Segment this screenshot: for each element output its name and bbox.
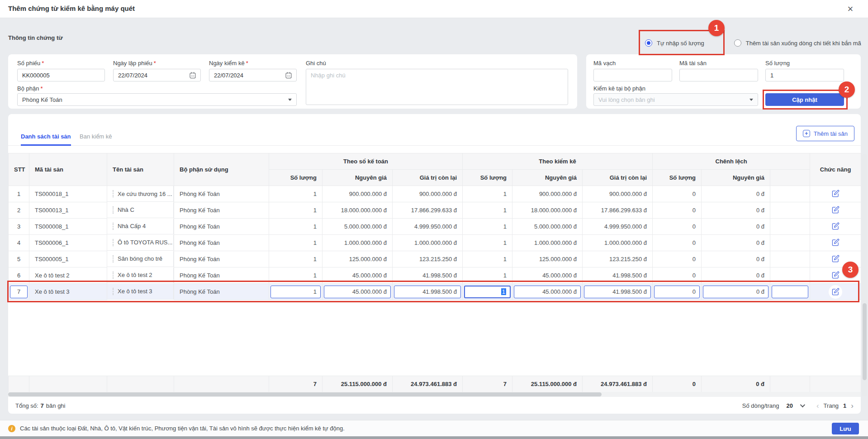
row-edit-input-inv_cost[interactable]: 45.000.000 đ [514, 286, 581, 298]
per-page-label: Số dòng/trang [742, 402, 779, 409]
tab-danh-sach-tai-san[interactable]: Danh sách tài sản [21, 133, 71, 146]
table-row[interactable]: 4TS000006_1Ô tô TOYOTA RUS...Phòng Kế To… [9, 235, 861, 251]
cell-inv_residual: 123.215.250 đ [583, 251, 653, 267]
sub-header-inv-qty: Số lượng [463, 170, 512, 186]
cell-inv_qty: 1 [463, 186, 512, 202]
resize-dots-icon [113, 190, 114, 197]
totals-book-qty: 7 [269, 376, 323, 392]
kiem-ke-placeholder: Vui lòng chọn bản ghi [598, 96, 655, 103]
asset-name: Xe cứu thương 16 ... [118, 191, 172, 197]
cell-book_residual: 900.000.000 đ [393, 186, 463, 202]
info-icon: i [8, 425, 15, 432]
edit-icon[interactable] [832, 239, 840, 246]
edit-icon[interactable] [832, 206, 840, 214]
table-row[interactable]: 1TS000018_1Xe cứu thương 16 ...Phòng Kế … [9, 186, 861, 202]
table-row[interactable]: 3TS000008_1Nhà Cấp 4Phòng Kế Toán15.000.… [9, 219, 861, 235]
save-button[interactable]: Lưu [832, 423, 859, 434]
cell-name: Xe ô tô test 3 [107, 284, 174, 300]
cell-diff_qty: 0 [653, 219, 702, 235]
cell-book_residual: 17.866.299.633 đ [393, 202, 463, 219]
cell-code: TS000008_1 [29, 219, 107, 235]
edit-icon[interactable] [832, 190, 840, 197]
row-edit-input-book_residual[interactable]: 41.998.500 đ [394, 286, 461, 298]
prev-page-icon[interactable]: ‹ [816, 402, 819, 410]
tab-ban-kiem-ke[interactable]: Ban kiểm kê [80, 133, 112, 140]
ghi-chu-textarea[interactable] [306, 69, 568, 105]
row-edit-input-diff_qty[interactable]: 0 [654, 286, 700, 298]
totals-inv-qty: 7 [463, 376, 512, 392]
update-button[interactable]: Cập nhật [765, 93, 844, 106]
ma-tai-san-label: Mã tài sản [679, 60, 707, 67]
cell-diff_qty: 0 [653, 251, 702, 267]
cell-book_qty: 1 [269, 219, 323, 235]
next-page-icon[interactable]: › [851, 402, 854, 410]
cell-dept: Phòng Kế Toán [174, 235, 269, 251]
cell-book_qty: 1 [269, 235, 323, 251]
table-row[interactable]: 5TS000005_1Sân bóng cho trẻPhòng Kế Toán… [9, 251, 861, 267]
cell-inv_residual: 41.998.500 đ [583, 284, 653, 300]
bo-phan-select[interactable]: Phòng Kế Toán [17, 93, 297, 106]
cell-book_cost: 125.000.000 đ [323, 251, 393, 267]
edit-icon[interactable] [832, 255, 840, 262]
page-label: Trang [824, 402, 839, 409]
add-asset-button[interactable]: + Thêm tài sản [796, 126, 854, 141]
group-header-book: Theo sổ kế toán [269, 153, 463, 170]
row-edit-input-stt[interactable]: 7 [10, 286, 28, 298]
cell-book_qty: 1 [269, 186, 323, 202]
radio-self-enter-quantity[interactable] [645, 39, 652, 47]
row-edit-input-diff_cost[interactable]: 0 đ [703, 286, 768, 298]
ma-vach-input[interactable] [593, 69, 672, 81]
cell-inv_qty: 1 [463, 251, 512, 267]
cell-func [810, 267, 861, 284]
ma-tai-san-input[interactable] [679, 69, 758, 81]
cell-inv_residual: 1.000.000.000 đ [583, 235, 653, 251]
bo-phan-selected-value: Phòng Kế Toán [22, 96, 62, 103]
so-phieu-input[interactable] [17, 69, 105, 81]
radio-add-asset-on-scan[interactable] [734, 39, 741, 47]
so-luong-input[interactable] [765, 69, 844, 81]
horizontal-scrollbar-thumb[interactable] [8, 392, 602, 396]
vertical-scrollbar[interactable] [862, 154, 867, 396]
totals-empty [9, 376, 29, 392]
total-records: Tổng số: 7 bản ghi [15, 402, 65, 409]
cell-diff_cost: 0 đ [702, 267, 770, 284]
totals-empty [810, 376, 861, 392]
cell-dept: Phòng Kế Toán [174, 186, 269, 202]
cell-book_residual: 4.999.950.000 đ [393, 219, 463, 235]
cell-book_qty: 1 [269, 267, 323, 284]
table-row[interactable]: 6Xe ô tô test 2Xe ô tô test 2Phòng Kế To… [9, 267, 861, 284]
table-row[interactable]: 2TS000013_1Nhà CPhòng Kế Toán118.000.000… [9, 202, 861, 219]
row-edit-input-inv_qty[interactable]: 1 [464, 286, 511, 298]
row-edit-input-book_qty[interactable]: 1 [270, 286, 321, 298]
ngay-kiem-ke-input[interactable] [209, 69, 297, 81]
row-edit-input-extra[interactable] [772, 286, 808, 298]
kiem-ke-tai-bo-phan-select[interactable]: Vui lòng chọn bản ghi [593, 93, 758, 106]
cell-func [810, 284, 861, 300]
cell-book_residual: 123.215.250 đ [393, 251, 463, 267]
total-prefix: Tổng số: [15, 402, 38, 409]
table-header: STT Mã tài sản Tên tài sản Bộ phận sử dụ… [9, 153, 861, 186]
cell-code: TS000006_1 [29, 235, 107, 251]
asset-name: Xe ô tô test 3 [118, 288, 152, 295]
edit-icon[interactable] [832, 222, 840, 230]
edit-icon[interactable] [829, 285, 842, 299]
footer-bar: i Các tài sản thuộc loại Đất, Nhà, Ô tô,… [0, 420, 868, 436]
modal-titlebar: Thêm chứng từ kiểm kê bằng máy quét × [0, 0, 868, 18]
horizontal-scrollbar[interactable] [8, 392, 861, 397]
cell-stt: 5 [9, 251, 29, 267]
ngay-lap-phieu-input[interactable] [113, 69, 201, 81]
per-page-value[interactable]: 20 [786, 402, 792, 409]
chevron-down-icon[interactable] [800, 402, 805, 407]
page-number[interactable]: 1 [843, 402, 846, 409]
totals-book-cost: 25.115.000.000 đ [323, 376, 393, 392]
close-icon[interactable]: × [844, 2, 857, 16]
cell-inv_cost: 18.000.000.000 đ [512, 202, 583, 219]
vertical-scrollbar-thumb[interactable] [863, 303, 867, 380]
row-edit-input-inv_residual[interactable]: 41.998.500 đ [584, 286, 651, 298]
table-row[interactable]: 7Xe ô tô test 3Xe ô tô test 3Phòng Kế To… [9, 284, 861, 300]
asset-name: Ô tô TOYOTA RUS... [118, 239, 172, 246]
row-edit-input-book_cost[interactable]: 45.000.000 đ [324, 286, 391, 298]
sub-header-book-cost: Nguyên giá [323, 170, 393, 186]
totals-book-residual: 24.973.461.883 đ [393, 376, 463, 392]
edit-icon[interactable] [832, 271, 840, 279]
